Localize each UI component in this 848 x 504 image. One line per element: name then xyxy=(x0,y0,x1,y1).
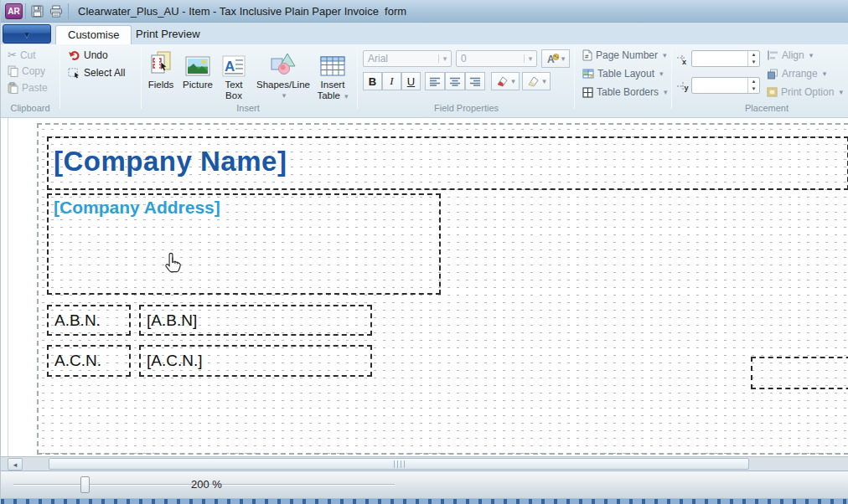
save-icon xyxy=(31,5,44,18)
x-spinner-arrows[interactable]: ▲ ▼ xyxy=(747,51,759,66)
arrange-label: Arrange xyxy=(782,68,818,80)
bold-button[interactable]: B xyxy=(363,72,382,90)
insert-table-button[interactable]: Insert Table ▾ xyxy=(312,47,354,102)
table-layout-button[interactable]: Table Layout ▾ xyxy=(582,68,664,80)
print-option-label: Print Option xyxy=(781,86,834,98)
zoom-level: 200 % xyxy=(191,478,222,491)
font-color-icon: A xyxy=(546,53,560,65)
spinner-up-icon[interactable]: ▲ xyxy=(748,78,759,85)
chevron-down-icon: ▾ xyxy=(809,51,814,59)
spinner-down-icon[interactable]: ▼ xyxy=(748,85,759,93)
underline-button[interactable]: U xyxy=(401,72,421,90)
spinner-down-icon[interactable]: ▼ xyxy=(748,59,759,66)
svg-text:y: y xyxy=(685,84,689,92)
scroll-left-icon: ◂ xyxy=(13,460,18,469)
acn-value-field[interactable]: [A.C.N.] xyxy=(139,345,372,377)
text-box-button[interactable]: A Text Box xyxy=(217,47,251,101)
copy-icon xyxy=(8,65,18,77)
y-spinner-arrows[interactable]: ▲ ▼ xyxy=(747,78,759,93)
page-number-button[interactable]: # Page Number ▾ xyxy=(582,49,667,61)
fields-label: Fields xyxy=(148,80,174,90)
company-address-field[interactable]: [Company Address] xyxy=(47,193,441,295)
copy-button[interactable]: Copy xyxy=(8,65,45,77)
ribbon-tab-row: ▾ Customise Print Preview xyxy=(1,23,848,44)
font-name-value: Arial xyxy=(364,53,438,64)
font-name-combo[interactable]: Arial ▾ xyxy=(363,50,452,67)
chevron-down-icon: ▾ xyxy=(438,54,451,63)
chevron-down-icon: ▾ xyxy=(344,92,349,100)
arrange-button[interactable]: Arrange ▾ xyxy=(767,68,826,80)
font-color-button[interactable]: ▾ xyxy=(491,72,520,90)
align-icon xyxy=(767,50,778,60)
abn-value-field[interactable]: [A.B.N] xyxy=(139,305,372,336)
page-margin-guide-top xyxy=(37,123,848,125)
align-center-button[interactable] xyxy=(445,72,465,90)
align-right-button[interactable] xyxy=(465,72,485,90)
select-all-label: Select All xyxy=(84,67,125,79)
y-position-value xyxy=(692,78,747,93)
italic-button[interactable]: I xyxy=(382,72,401,90)
page-number-label: Page Number xyxy=(596,49,658,61)
chevron-down-icon: ▾ xyxy=(664,88,668,96)
title-bar: AR Clearwater_Plus_AU - Item - Tax Inclu… xyxy=(1,0,848,23)
undo-button[interactable]: Undo xyxy=(68,49,108,61)
page-number-icon: # xyxy=(582,49,592,61)
save-button[interactable] xyxy=(28,3,46,20)
chevron-down-icon: ▾ xyxy=(24,30,29,39)
application-menu-button[interactable]: ▾ xyxy=(3,24,51,44)
print-button[interactable] xyxy=(47,3,65,20)
picture-button[interactable]: Picture xyxy=(178,47,217,90)
shapes-line-icon xyxy=(269,47,297,77)
select-all-button[interactable]: Select All xyxy=(68,67,125,79)
font-size-combo[interactable]: 0 ▾ xyxy=(456,50,537,67)
fields-button[interactable]: Fields xyxy=(143,47,178,90)
fill-color-button[interactable]: ▾ xyxy=(522,72,551,90)
company-name-field[interactable]: [Company Name] xyxy=(47,136,848,190)
cut-button[interactable]: ✂ Cut xyxy=(8,49,36,61)
empty-field[interactable] xyxy=(751,357,848,389)
select-all-icon xyxy=(68,67,80,79)
abn-label-field[interactable]: A.B.N. xyxy=(47,305,131,336)
printer-icon xyxy=(49,5,63,18)
group-divider xyxy=(59,47,60,109)
app-logo-icon[interactable]: AR xyxy=(5,3,23,19)
scrollbar-thumb[interactable] xyxy=(49,458,749,470)
tab-customise[interactable]: Customise xyxy=(55,25,132,44)
align-button[interactable]: Align ▾ xyxy=(767,49,813,61)
table-borders-icon xyxy=(582,87,593,98)
scroll-left-button[interactable]: ◂ xyxy=(8,458,23,471)
picture-icon xyxy=(185,47,210,77)
svg-text:#: # xyxy=(585,53,589,60)
align-left-button[interactable] xyxy=(425,72,445,90)
window-bottom-edge xyxy=(1,498,848,504)
x-position-spinner[interactable]: ▲ ▼ xyxy=(691,50,760,67)
fill-color-icon xyxy=(526,75,540,88)
zoom-slider-thumb[interactable] xyxy=(80,476,90,493)
cut-icon: ✂ xyxy=(8,49,17,61)
tab-print-preview[interactable]: Print Preview xyxy=(124,25,212,44)
horizontal-scrollbar[interactable]: ◂ xyxy=(1,456,848,471)
text-box-label-line2: Box xyxy=(225,90,242,101)
chevron-down-icon: ▾ xyxy=(542,77,546,85)
clipboard-group-label: Clipboard xyxy=(4,103,56,113)
form-design-canvas[interactable]: [Company Name] [Company Address] A.B.N. … xyxy=(1,118,848,456)
placement-group-label: Placement xyxy=(728,103,805,113)
table-borders-button[interactable]: Table Borders ▾ xyxy=(582,86,668,98)
y-position-spinner[interactable]: ▲ ▼ xyxy=(691,77,760,94)
shapes-line-button[interactable]: Shapes/Line ▾ xyxy=(255,47,312,101)
chevron-down-icon: ▾ xyxy=(524,54,536,63)
spinner-up-icon[interactable]: ▲ xyxy=(748,51,759,59)
acn-label-field[interactable]: A.C.N. xyxy=(47,345,131,377)
cut-label: Cut xyxy=(20,49,36,61)
status-bar: 200 % xyxy=(1,471,848,498)
font-style-button[interactable]: A ▾ xyxy=(541,49,570,68)
print-option-button[interactable]: Print Option ▾ xyxy=(767,86,843,98)
group-divider xyxy=(574,47,575,109)
chevron-down-icon: ▾ xyxy=(823,69,827,78)
chevron-down-icon: ▾ xyxy=(659,69,664,78)
group-divider xyxy=(671,47,672,109)
align-label: Align xyxy=(782,49,804,61)
paste-button[interactable]: Paste xyxy=(8,82,48,94)
undo-icon xyxy=(68,49,80,61)
y-position-icon: y xyxy=(676,81,689,92)
